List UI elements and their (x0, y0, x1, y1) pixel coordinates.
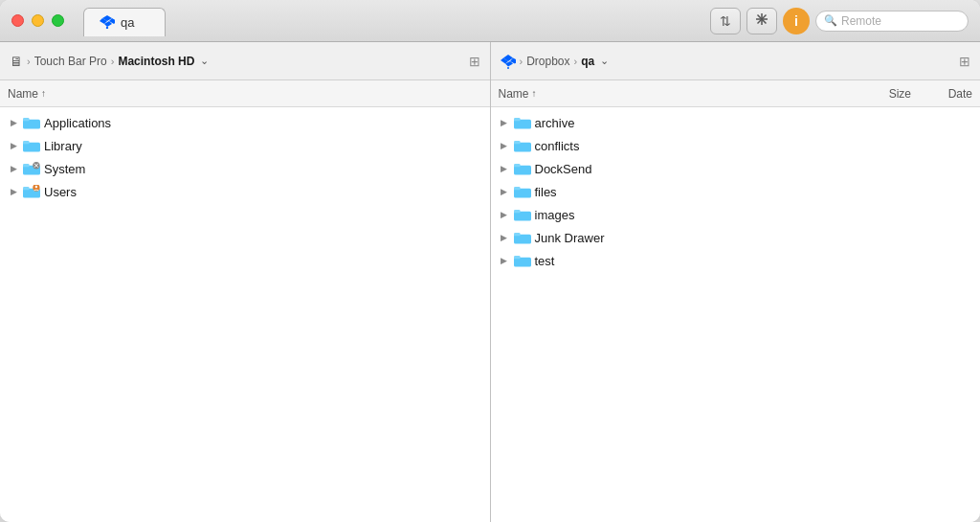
file-name: images (535, 208, 912, 222)
expand-arrow[interactable]: ▶ (499, 163, 510, 174)
file-size (915, 185, 972, 198)
list-item[interactable]: ▶ DockSend (491, 157, 981, 180)
breadcrumb-dropdown-icon[interactable]: ⌄ (200, 55, 209, 67)
folder-icon (514, 208, 531, 221)
svg-rect-38 (514, 233, 521, 236)
breadcrumb-chevron-1: › (520, 56, 523, 67)
breadcrumb-chevron-1: › (27, 56, 31, 67)
name-label: Name (8, 87, 38, 101)
sync-conflicts-button[interactable] (746, 8, 777, 34)
tab-area: qa (72, 7, 702, 35)
grid-view-icon[interactable]: ⊞ (469, 54, 480, 69)
folder-icon (23, 162, 40, 175)
breadcrumb-qa: qa (581, 55, 594, 68)
dropbox-icon (100, 13, 115, 32)
main-content: 🖥 › Touch Bar Pro › Macintosh HD ⌄ ⊞ Nam… (0, 42, 980, 522)
breadcrumb-dropbox: Dropbox (526, 55, 569, 68)
expand-arrow[interactable]: ▶ (8, 117, 19, 128)
right-breadcrumb: › Dropbox › qa ⌄ ⊞ (491, 42, 981, 80)
file-name: conflicts (535, 139, 912, 153)
date-label: Date (948, 87, 972, 101)
grid-view-icon[interactable]: ⊞ (959, 54, 970, 69)
name-label: Name (499, 87, 529, 101)
svg-rect-10 (23, 118, 30, 121)
expand-arrow[interactable]: ▶ (8, 140, 19, 151)
file-name: DockSend (535, 162, 912, 176)
expand-arrow[interactable]: ▶ (8, 163, 19, 174)
hd-icon: 🖥 (10, 54, 23, 69)
svg-rect-34 (514, 187, 521, 190)
toolbar-right: ⇅ i 🔍 Remote (710, 8, 969, 34)
list-item[interactable]: ▶ Users (0, 180, 490, 203)
expand-arrow[interactable]: ▶ (8, 186, 19, 197)
file-size (915, 208, 972, 221)
file-size (915, 116, 972, 129)
search-placeholder: Remote (841, 14, 881, 28)
list-item[interactable]: ▶ archive (491, 111, 981, 134)
list-item[interactable]: ▶ Library (0, 134, 490, 157)
breadcrumb-chevron-2: › (574, 56, 578, 67)
folder-icon (23, 116, 40, 129)
list-item[interactable]: ▶ test (491, 249, 981, 272)
svg-point-4 (106, 26, 108, 28)
folder-icon (514, 139, 531, 152)
star-icon (754, 11, 769, 30)
maximize-button[interactable] (52, 14, 64, 27)
file-size (915, 162, 972, 175)
folder-icon (514, 185, 531, 198)
list-item[interactable]: ▶ conflicts (491, 134, 981, 157)
list-item[interactable]: ▶ Junk Drawer (491, 226, 981, 249)
size-column-header[interactable]: Size (854, 87, 911, 101)
svg-point-26 (507, 67, 509, 69)
date-column-header[interactable]: Date (915, 87, 972, 101)
search-icon: 🔍 (824, 14, 837, 27)
folder-icon (23, 139, 40, 152)
svg-rect-40 (514, 256, 521, 259)
name-column-header[interactable]: Name ↑ (499, 87, 851, 101)
size-label: Size (889, 87, 911, 101)
breadcrumb-dropdown-icon[interactable]: ⌄ (600, 55, 609, 67)
minimize-button[interactable] (32, 14, 44, 27)
svg-point-21 (35, 186, 37, 188)
expand-arrow[interactable]: ▶ (499, 232, 510, 243)
list-item[interactable]: ▶ System (0, 157, 490, 180)
info-button[interactable]: i (783, 8, 810, 34)
right-pane-header: Name ↑ Size Date (491, 80, 981, 107)
finder-window: qa ⇅ i 🔍 (0, 0, 980, 522)
file-name: System (44, 162, 482, 176)
file-name: archive (535, 116, 912, 130)
right-pane: › Dropbox › qa ⌄ ⊞ Name ↑ Size Date (491, 42, 981, 522)
folder-icon (514, 116, 531, 129)
traffic-lights (11, 14, 64, 27)
expand-arrow[interactable]: ▶ (499, 140, 510, 151)
file-name: Applications (44, 116, 482, 130)
tab-qa[interactable]: qa (83, 8, 166, 36)
expand-arrow[interactable]: ▶ (499, 209, 510, 220)
folder-icon (514, 254, 531, 267)
expand-arrow[interactable]: ▶ (499, 255, 510, 266)
close-button[interactable] (11, 14, 24, 27)
dropbox-drive-icon (501, 53, 516, 69)
file-size (915, 231, 972, 244)
breadcrumb-chevron-2: › (111, 56, 115, 67)
svg-rect-19 (23, 187, 30, 190)
expand-arrow[interactable]: ▶ (499, 117, 510, 128)
name-column-header[interactable]: Name ↑ (8, 87, 482, 101)
breadcrumb-macintoshhd: Macintosh HD (118, 55, 194, 68)
file-name: Junk Drawer (535, 231, 912, 245)
file-size (915, 254, 972, 267)
svg-rect-30 (514, 141, 521, 144)
search-bar[interactable]: 🔍 Remote (815, 11, 969, 32)
expand-arrow[interactable]: ▶ (499, 186, 510, 197)
breadcrumb-touchbar: Touch Bar Pro (34, 55, 107, 68)
sort-arrow: ↑ (532, 88, 537, 99)
list-item[interactable]: ▶ images (491, 203, 981, 226)
list-item[interactable]: ▶ Applications (0, 111, 490, 134)
left-breadcrumb: 🖥 › Touch Bar Pro › Macintosh HD ⌄ ⊞ (0, 42, 490, 80)
sync-icon: ⇅ (720, 13, 731, 29)
right-file-list: ▶ archive ▶ (491, 107, 981, 522)
sync-button[interactable]: ⇅ (710, 8, 741, 34)
file-size (915, 139, 972, 152)
svg-rect-28 (514, 118, 521, 121)
list-item[interactable]: ▶ files (491, 180, 981, 203)
